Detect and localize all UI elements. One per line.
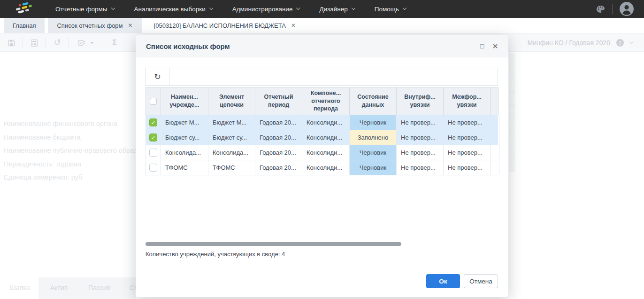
- data-cell-spacer: [491, 145, 499, 160]
- main-menu: Отчетные формыАналитические выборкиАдмин…: [55, 6, 406, 13]
- data-cell: Бюджет су...: [161, 130, 208, 145]
- filter-input[interactable]: [169, 68, 498, 85]
- data-cell: Годовая 20...: [255, 130, 302, 145]
- refresh-icon[interactable]: ↻: [146, 68, 169, 85]
- tab-Список отчетных форм[interactable]: Список отчетных форм✕: [48, 18, 141, 33]
- topbar-divider: [612, 4, 613, 14]
- background-form-label: Периодичность: годовая: [4, 160, 81, 168]
- row-checkbox[interactable]: [149, 164, 157, 172]
- undo-icon[interactable]: ↺: [46, 33, 69, 52]
- column-header[interactable]: Отчетный период: [255, 87, 302, 115]
- data-cell: Консолида...: [161, 145, 208, 160]
- status-cell: Черновик: [350, 145, 397, 160]
- data-cell-spacer: [491, 160, 499, 175]
- report-context: Минфин КО / Годовая 2020 !: [528, 33, 633, 52]
- data-cell-spacer: [491, 115, 499, 130]
- topbar-right-controls: [596, 2, 634, 16]
- select-all-cell: [146, 87, 161, 115]
- data-cell: Не провер...: [397, 130, 444, 145]
- column-header[interactable]: Элемент цепочки: [208, 87, 255, 115]
- data-cell: Консолиди...: [302, 145, 350, 160]
- table-row[interactable]: ✓Бюджет су...Бюджет су...Годовая 20...Ко…: [146, 130, 498, 145]
- data-cell: Не провер...: [444, 145, 491, 160]
- check-actions-icon[interactable]: [69, 33, 103, 52]
- select-all-checkbox[interactable]: [150, 98, 157, 105]
- ok-button[interactable]: Ок: [426, 274, 460, 288]
- table-row[interactable]: Консолида...Консолида...Годовая 20...Кон…: [146, 145, 498, 160]
- row-checkbox[interactable]: ✓: [149, 134, 157, 142]
- user-avatar-icon[interactable]: [620, 2, 634, 16]
- chevron-down-icon: [296, 6, 300, 10]
- tab-Главная[interactable]: Главная: [4, 18, 45, 33]
- column-header-spacer: [491, 87, 498, 115]
- menu-label: Отчетные формы: [55, 6, 107, 13]
- table-row[interactable]: ТФОМСТФОМСГодовая 20...Консолиди...Черно…: [146, 160, 498, 175]
- data-cell: Не провер...: [397, 145, 444, 160]
- data-cell: Не провер...: [444, 115, 491, 130]
- tab-label: Список отчетных форм: [57, 22, 123, 29]
- horizontal-scrollbar[interactable]: [146, 242, 401, 246]
- data-cell: Консолида...: [208, 145, 255, 160]
- row-checkbox-cell: [146, 160, 161, 175]
- row-checkbox-cell: ✓: [146, 130, 161, 145]
- menu-Дизайнер[interactable]: Дизайнер: [319, 6, 354, 13]
- data-cell: Консолиди...: [302, 130, 350, 145]
- document-tab-strip: ГлавнаяСписок отчетных форм✕[0503120] БА…: [0, 18, 644, 33]
- close-tab-icon[interactable]: ✕: [128, 22, 133, 29]
- data-cell: Не провер...: [397, 115, 444, 130]
- sheet-tab-Актив[interactable]: Актив: [50, 284, 68, 291]
- source-forms-dialog: Список исходных форм □ × ↻ Наимен... учр…: [136, 35, 508, 297]
- chevron-down-icon: [403, 6, 406, 10]
- column-header[interactable]: Компоне... отчетного периода: [302, 87, 350, 115]
- tab-[0503120] БАЛАНС ИСПОЛНЕНИЯ БЮДЖЕТА[interactable]: [0503120] БАЛАНС ИСПОЛНЕНИЯ БЮДЖЕТА✕: [145, 18, 305, 33]
- column-header[interactable]: Состояние данных: [350, 87, 397, 115]
- background-form-label: Наименование бюджета: [4, 134, 81, 141]
- data-cell: Не провер...: [444, 160, 491, 175]
- data-cell: Годовая 20...: [255, 115, 302, 130]
- context-label: Минфин КО / Годовая 2020: [528, 39, 611, 47]
- data-cell: Бюджет М...: [161, 115, 208, 130]
- menu-Помощь[interactable]: Помощь: [375, 6, 406, 13]
- grid-filter-bar: ↻: [146, 68, 498, 86]
- maximize-icon[interactable]: □: [480, 43, 484, 49]
- background-grid: [509, 53, 515, 172]
- grid-header-row: Наимен... учрежде...Элемент цепочкиОтчет…: [146, 87, 498, 115]
- data-cell: ТФОМС: [161, 160, 208, 175]
- sheet-tab-Шапка[interactable]: Шапка: [10, 284, 30, 291]
- menu-Аналитические выборки[interactable]: Аналитические выборки: [134, 6, 213, 13]
- sum-icon[interactable]: Σ: [103, 33, 126, 52]
- chevron-down-icon[interactable]: [629, 40, 633, 44]
- status-cell: Черновик: [350, 115, 397, 130]
- menu-label: Администрирование: [232, 6, 293, 13]
- source-forms-grid: Наимен... учрежде...Элемент цепочкиОтчет…: [146, 87, 498, 175]
- dialog-title: Список исходных форм: [146, 42, 230, 50]
- info-icon[interactable]: !: [616, 39, 624, 47]
- background-form-label: Наименование финансового органа: [4, 120, 117, 127]
- data-cell: Не провер...: [397, 160, 444, 175]
- column-header[interactable]: Внутриф... увязки: [397, 87, 444, 115]
- chevron-down-icon: [209, 6, 213, 10]
- toolbar-divider: [126, 37, 126, 48]
- close-icon[interactable]: ×: [492, 41, 498, 51]
- cancel-button[interactable]: Отмена: [464, 274, 498, 288]
- dropdown-caret-icon: [90, 42, 94, 44]
- column-header[interactable]: Межфор... увязки: [444, 87, 491, 115]
- menu-Администрирование[interactable]: Администрирование: [232, 6, 300, 13]
- data-cell: Годовая 20...: [255, 145, 302, 160]
- column-header[interactable]: Наимен... учрежде...: [161, 87, 208, 115]
- chevron-down-icon: [352, 6, 355, 10]
- close-tab-icon[interactable]: ✕: [291, 22, 296, 29]
- app-logo-icon: [13, 2, 35, 16]
- data-cell: Бюджет су...: [208, 130, 255, 145]
- row-checkbox[interactable]: [149, 149, 157, 157]
- save-icon[interactable]: [0, 33, 23, 52]
- row-checkbox-cell: [146, 145, 161, 160]
- row-checkbox[interactable]: ✓: [149, 118, 157, 126]
- data-cell: Не провер...: [444, 130, 491, 145]
- menu-Отчетные формы[interactable]: Отчетные формы: [55, 6, 115, 13]
- calculator-icon[interactable]: [23, 33, 46, 52]
- table-row[interactable]: ✓Бюджет М...Бюджет М...Годовая 20...Конс…: [146, 115, 498, 130]
- tab-label: Главная: [13, 22, 36, 29]
- sheet-tab-Пассив[interactable]: Пассив: [88, 284, 110, 291]
- theme-palette-icon[interactable]: [596, 5, 605, 13]
